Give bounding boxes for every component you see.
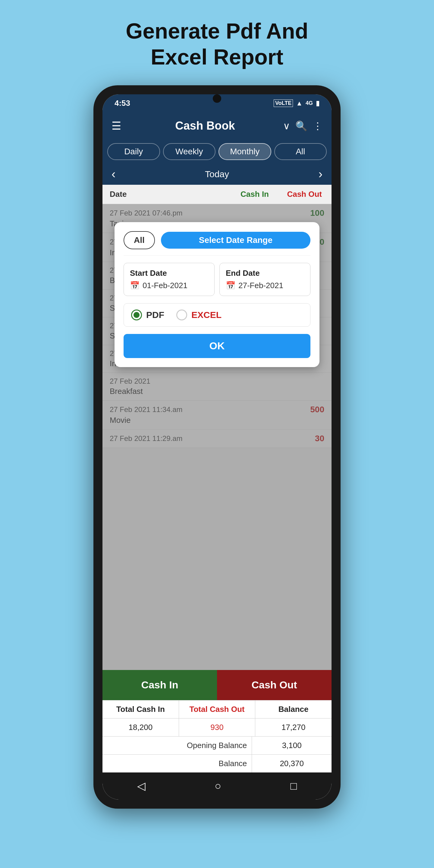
excel-radio-circle[interactable] — [176, 310, 187, 320]
recent-nav-icon[interactable]: □ — [290, 780, 297, 792]
next-date-btn[interactable]: › — [318, 167, 322, 181]
date-label: Today — [205, 169, 229, 179]
format-radio-row: PDF EXCEL — [124, 303, 310, 327]
phone-frame: 4:53 VoLTE ▲ 4G ▮ ☰ Cash Book ∨ 🔍 ⋮ Dail… — [93, 85, 341, 809]
total-cashin-header: Total Cash In — [102, 701, 179, 718]
signal-bars: ▲ — [296, 99, 303, 107]
excel-label: EXCEL — [191, 310, 221, 320]
final-balance-value: 20,370 — [252, 755, 332, 772]
end-date-box[interactable]: End Date 📅 27-Feb-2021 — [219, 263, 310, 296]
transactions-list: 27 Feb 2021 07:46.pm 100 Taxi 27 Feb 202… — [102, 204, 332, 670]
pdf-label: PDF — [146, 310, 164, 320]
end-date-label: End Date — [226, 269, 304, 278]
dropdown-icon[interactable]: ∨ — [283, 120, 290, 132]
opening-balance-label: Opening Balance — [102, 737, 252, 754]
prev-date-btn[interactable]: ‹ — [112, 167, 116, 181]
app-title: Cash Book — [127, 119, 283, 132]
filter-row: All Select Date Range — [124, 231, 310, 255]
report-dialog: All Select Date Range Start Date 📅 01-Fe… — [115, 222, 319, 367]
home-nav-icon[interactable]: ○ — [215, 780, 221, 792]
menu-icon[interactable]: ☰ — [112, 120, 121, 132]
filter-all-btn[interactable]: All — [124, 231, 155, 249]
col-cashin: Cash In — [216, 190, 269, 199]
start-date-box[interactable]: Start Date 📅 01-Feb-2021 — [124, 263, 215, 296]
date-nav: ‹ Today › — [102, 164, 332, 185]
cash-out-button[interactable]: Cash Out — [217, 670, 332, 700]
app-bar: ☰ Cash Book ∨ 🔍 ⋮ — [102, 113, 332, 140]
total-cashout-value: 930 — [179, 718, 255, 736]
network-icon: 4G — [306, 100, 313, 106]
cash-in-button[interactable]: Cash In — [102, 670, 217, 700]
tab-all[interactable]: All — [274, 143, 327, 160]
more-icon[interactable]: ⋮ — [313, 120, 322, 132]
pdf-radio-circle[interactable] — [131, 310, 142, 320]
bottom-buttons: Cash In Cash Out — [102, 670, 332, 700]
dialog-overlay: All Select Date Range Start Date 📅 01-Fe… — [102, 204, 332, 670]
opening-balance-row: Opening Balance 3,100 — [102, 736, 332, 754]
date-picker-row: Start Date 📅 01-Feb-2021 End Date 📅 27-F… — [124, 263, 310, 296]
tab-daily[interactable]: Daily — [107, 143, 160, 160]
total-cashin-value: 18,200 — [102, 718, 179, 736]
camera-notch — [213, 94, 221, 103]
final-balance-label: Balance — [102, 755, 252, 772]
back-nav-icon[interactable]: ◁ — [137, 780, 146, 792]
calendar-icon-start: 📅 — [130, 281, 140, 290]
phone-screen: 4:53 VoLTE ▲ 4G ▮ ☰ Cash Book ∨ 🔍 ⋮ Dail… — [102, 94, 332, 800]
app-bar-actions: ∨ 🔍 ⋮ — [283, 120, 322, 132]
search-icon[interactable]: 🔍 — [296, 120, 307, 132]
tab-weekly[interactable]: Weekly — [163, 143, 216, 160]
pdf-radio-option[interactable]: PDF — [131, 310, 164, 320]
col-date: Date — [110, 190, 216, 199]
start-date-label: Start Date — [130, 269, 208, 278]
status-time: 4:53 — [115, 98, 130, 108]
opening-balance-value: 3,100 — [252, 737, 332, 754]
battery-icon: ▮ — [316, 99, 319, 107]
excel-radio-option[interactable]: EXCEL — [176, 310, 221, 320]
total-cashout-header: Total Cash Out — [179, 701, 255, 718]
page-title: Generate Pdf And Excel Report — [126, 18, 308, 70]
start-date-value: 📅 01-Feb-2021 — [130, 281, 208, 290]
tab-monthly[interactable]: Monthly — [218, 143, 271, 160]
nav-bar: ◁ ○ □ — [102, 772, 332, 800]
tab-bar: Daily Weekly Monthly All — [102, 140, 332, 164]
table-header: Date Cash In Cash Out — [102, 185, 332, 204]
summary-header-row: Total Cash In Total Cash Out Balance — [102, 700, 332, 718]
ok-button[interactable]: OK — [124, 334, 310, 358]
balance-value: 17,270 — [255, 718, 332, 736]
summary-table: Total Cash In Total Cash Out Balance 18,… — [102, 700, 332, 772]
end-date-value: 📅 27-Feb-2021 — [226, 281, 304, 290]
col-cashout: Cash Out — [269, 190, 324, 199]
status-right: VoLTE ▲ 4G ▮ — [274, 99, 319, 107]
calendar-icon-end: 📅 — [226, 281, 236, 290]
final-balance-row: Balance 20,370 — [102, 754, 332, 772]
summary-values-row: 18,200 930 17,270 — [102, 718, 332, 736]
volte-icon: VoLTE — [274, 99, 293, 107]
filter-date-range-btn[interactable]: Select Date Range — [161, 232, 310, 249]
balance-header: Balance — [255, 701, 332, 718]
